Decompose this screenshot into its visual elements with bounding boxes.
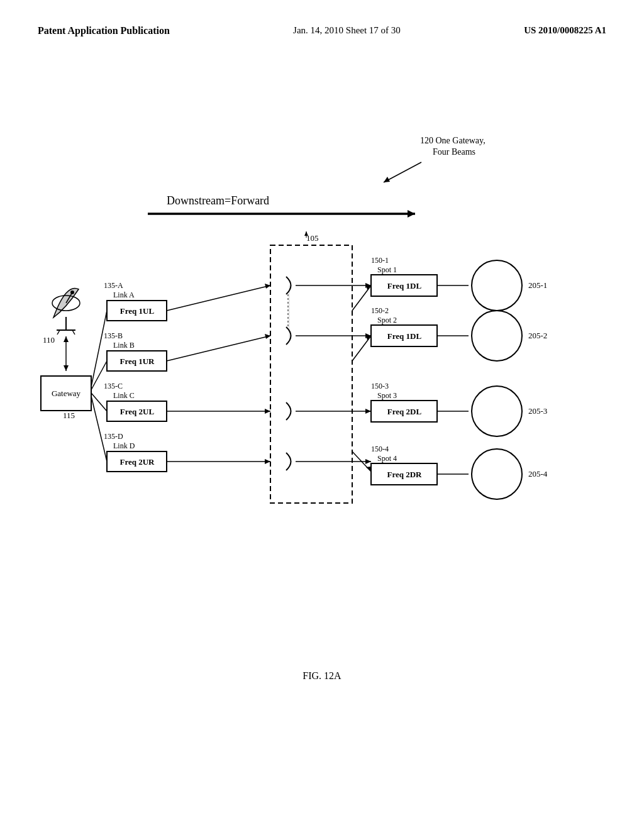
svg-text:Spot 1: Spot 1 [377, 265, 397, 274]
svg-text:Gateway: Gateway [52, 389, 81, 398]
svg-rect-37 [270, 245, 352, 503]
svg-text:Link D: Link D [113, 441, 135, 450]
svg-text:FIG. 12A: FIG. 12A [303, 670, 341, 681]
svg-marker-48 [265, 459, 270, 464]
svg-text:Downstream=Forward: Downstream=Forward [167, 194, 269, 207]
svg-marker-58 [365, 409, 371, 414]
svg-text:Freq 1UL: Freq 1UL [120, 306, 155, 316]
svg-text:Freq 2DR: Freq 2DR [387, 470, 422, 479]
svg-line-65 [352, 336, 371, 361]
svg-line-41 [167, 285, 270, 311]
svg-marker-60 [365, 459, 371, 464]
svg-text:110: 110 [43, 335, 55, 345]
svg-marker-6 [408, 210, 415, 218]
svg-text:205-4: 205-4 [528, 469, 548, 479]
svg-text:Freq 2UL: Freq 2UL [120, 407, 155, 416]
svg-point-95 [472, 449, 522, 499]
svg-text:205-2: 205-2 [528, 331, 547, 340]
svg-line-51 [91, 393, 107, 411]
svg-text:150-4: 150-4 [371, 445, 389, 453]
svg-text:Link C: Link C [113, 391, 135, 400]
svg-marker-17 [64, 365, 69, 371]
svg-text:135-D: 135-D [104, 432, 123, 441]
svg-marker-68 [366, 467, 371, 472]
svg-text:Freq 2UR: Freq 2UR [119, 457, 155, 467]
svg-text:Freq 2DL: Freq 2DL [387, 407, 422, 416]
svg-point-89 [472, 260, 522, 311]
svg-line-52 [91, 396, 107, 462]
svg-text:135-A: 135-A [104, 281, 123, 290]
svg-point-93 [472, 386, 522, 436]
svg-text:105: 105 [306, 233, 319, 243]
svg-text:120 One Gateway,: 120 One Gateway, [420, 136, 486, 145]
svg-text:Spot 3: Spot 3 [377, 391, 397, 400]
svg-text:205-3: 205-3 [528, 406, 547, 416]
svg-text:Link A: Link A [113, 290, 135, 299]
svg-text:150-3: 150-3 [371, 382, 389, 390]
svg-text:Four Beams: Four Beams [433, 147, 475, 157]
svg-line-2 [384, 162, 421, 182]
svg-point-9 [70, 290, 74, 294]
svg-line-43 [167, 336, 270, 361]
svg-text:135-C: 135-C [104, 382, 123, 390]
svg-text:150-2: 150-2 [371, 306, 389, 315]
svg-line-63 [352, 285, 371, 311]
svg-marker-46 [265, 409, 270, 414]
svg-line-13 [72, 330, 75, 335]
svg-point-91 [472, 311, 522, 361]
svg-text:Spot 2: Spot 2 [377, 316, 397, 324]
page: Patent Application Publication Jan. 14, … [0, 0, 644, 830]
svg-text:Spot 4: Spot 4 [377, 454, 397, 463]
svg-text:Freq 1UR: Freq 1UR [119, 357, 155, 366]
svg-text:115: 115 [63, 411, 75, 420]
svg-text:Link B: Link B [113, 341, 135, 350]
svg-text:135-B: 135-B [104, 331, 123, 340]
svg-line-12 [57, 330, 60, 335]
svg-text:Freq 1DL: Freq 1DL [387, 281, 422, 290]
svg-marker-16 [64, 336, 69, 342]
svg-text:205-1: 205-1 [528, 280, 547, 290]
svg-text:150-1: 150-1 [371, 256, 389, 265]
svg-text:Freq 1DL: Freq 1DL [387, 331, 422, 341]
